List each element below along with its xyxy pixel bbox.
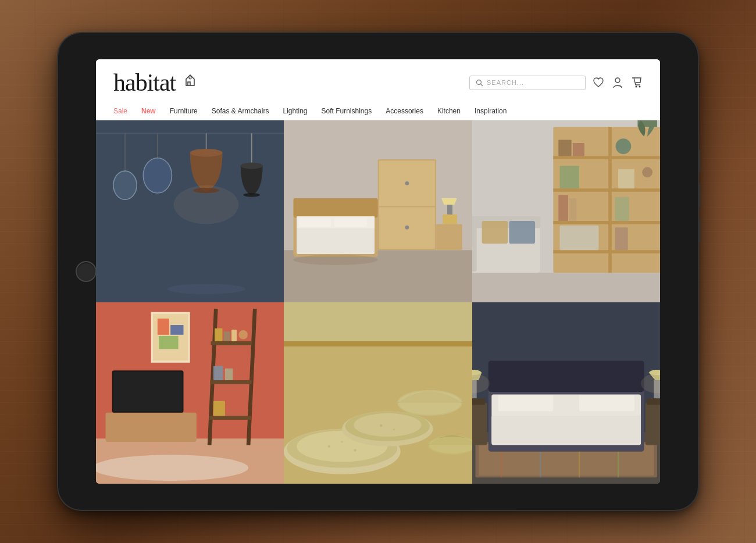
svg-point-15	[190, 149, 223, 156]
nav-inspiration[interactable]: Inspiration	[475, 107, 507, 115]
svg-point-29	[405, 226, 409, 230]
svg-point-10	[113, 171, 137, 199]
svg-point-67	[96, 455, 248, 481]
product-card-1[interactable]	[96, 120, 284, 302]
cart-icon[interactable]	[631, 77, 643, 88]
svg-point-19	[243, 193, 260, 197]
svg-rect-34	[299, 217, 331, 227]
svg-rect-37	[443, 215, 458, 224]
volume-down-button[interactable]	[698, 219, 700, 242]
svg-point-18	[241, 163, 263, 169]
ipad-screen: habitat SEARCH...	[96, 59, 660, 484]
svg-rect-90	[284, 341, 472, 346]
home-button[interactable]	[76, 261, 97, 282]
svg-point-53	[642, 167, 652, 177]
product-card-4[interactable]	[96, 302, 284, 484]
site-logo[interactable]: habitat	[113, 69, 176, 97]
svg-rect-31	[294, 198, 378, 217]
svg-rect-58	[615, 227, 627, 250]
nav-accessories[interactable]: Accessories	[386, 107, 423, 115]
nav-furniture[interactable]: Furniture	[170, 107, 198, 115]
wishlist-icon[interactable]	[593, 77, 604, 88]
svg-point-76	[238, 330, 248, 339]
svg-rect-62	[482, 221, 508, 244]
svg-rect-127	[647, 398, 660, 405]
svg-point-0	[189, 77, 191, 79]
ipad-frame: habitat SEARCH...	[58, 33, 698, 510]
svg-point-21	[174, 185, 239, 224]
nav-new[interactable]: New	[141, 107, 156, 115]
living-room-image	[96, 302, 284, 484]
nav-kitchen[interactable]: Kitchen	[437, 107, 461, 115]
svg-point-4	[636, 86, 637, 88]
svg-point-13	[143, 158, 172, 193]
bedroom-image	[284, 120, 472, 302]
svg-point-3	[615, 78, 620, 83]
dark-bedroom-image	[472, 302, 660, 484]
svg-rect-86	[170, 325, 183, 335]
site-header: habitat SEARCH...	[96, 59, 660, 102]
account-icon[interactable]	[612, 77, 623, 88]
svg-rect-71	[210, 380, 251, 384]
svg-rect-44	[553, 188, 660, 192]
nav-soft-furnishings[interactable]: Soft Furnishings	[322, 107, 372, 115]
svg-line-2	[481, 84, 483, 86]
svg-rect-74	[224, 331, 230, 341]
volume-up-button[interactable]	[698, 184, 700, 208]
svg-rect-63	[509, 221, 535, 244]
svg-rect-51	[559, 166, 579, 188]
search-box[interactable]: SEARCH...	[469, 76, 586, 90]
svg-rect-47	[608, 127, 612, 273]
svg-point-98	[399, 391, 461, 414]
svg-rect-61	[472, 216, 477, 272]
logo-icon	[183, 73, 198, 88]
svg-point-39	[294, 255, 378, 265]
svg-rect-38	[447, 205, 452, 215]
svg-point-101	[328, 445, 330, 447]
svg-rect-46	[553, 250, 660, 253]
svg-rect-80	[106, 412, 197, 441]
power-button[interactable]	[698, 149, 700, 173]
svg-rect-52	[618, 169, 634, 188]
nav-sale[interactable]: Sale	[113, 107, 127, 115]
search-icon	[476, 79, 483, 87]
svg-rect-70	[211, 341, 251, 345]
product-grid	[96, 120, 660, 484]
svg-rect-78	[225, 368, 233, 380]
svg-rect-75	[231, 329, 237, 341]
header-icons	[593, 77, 643, 88]
svg-point-20	[167, 284, 245, 294]
search-placeholder-text: SEARCH...	[487, 79, 524, 86]
svg-rect-41	[472, 273, 660, 302]
svg-rect-72	[209, 416, 252, 420]
product-card-5[interactable]	[284, 302, 472, 484]
svg-rect-36	[436, 224, 462, 251]
product-card-6[interactable]	[472, 302, 660, 484]
svg-rect-121	[472, 402, 487, 445]
website-content: habitat SEARCH...	[96, 59, 660, 484]
svg-rect-57	[559, 226, 598, 250]
svg-point-50	[615, 138, 631, 154]
svg-point-103	[341, 441, 343, 442]
svg-point-5	[639, 86, 641, 88]
header-right: SEARCH...	[469, 76, 643, 90]
svg-rect-55	[569, 198, 576, 221]
svg-point-96	[354, 413, 422, 436]
svg-rect-54	[558, 195, 568, 221]
svg-rect-79	[213, 401, 225, 416]
svg-point-102	[354, 449, 356, 451]
product-card-3[interactable]	[472, 120, 660, 302]
svg-rect-48	[558, 140, 571, 156]
pendant-lights-image	[96, 120, 284, 302]
svg-rect-43	[553, 156, 660, 159]
product-card-2[interactable]	[284, 120, 472, 302]
logo-area: habitat	[113, 69, 469, 97]
svg-rect-120	[491, 416, 641, 443]
svg-point-28	[405, 181, 409, 185]
nav-lighting[interactable]: Lighting	[283, 107, 307, 115]
nav-sofas[interactable]: Sofas & Armchairs	[212, 107, 269, 115]
svg-rect-119	[579, 395, 634, 411]
svg-rect-118	[498, 395, 553, 411]
svg-rect-122	[472, 398, 485, 405]
svg-rect-82	[113, 371, 182, 411]
